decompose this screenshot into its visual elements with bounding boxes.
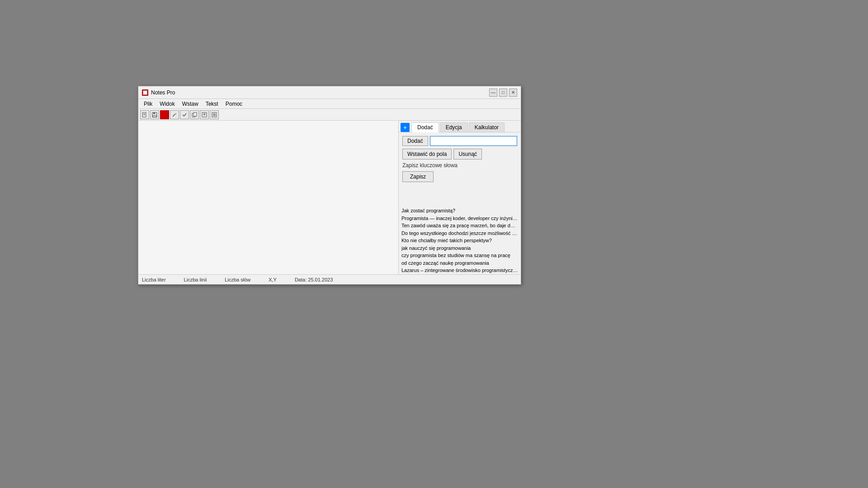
note-line-7: od czego zacząć naukę programowania (401, 259, 518, 267)
status-liczba-linii: Liczba linii (184, 277, 207, 282)
right-panel: + Dodać Edycja Kalkulator Dodać Wstawić … (399, 121, 521, 274)
svg-rect-4 (153, 113, 155, 114)
tab-content-dodac: Dodać Wstawić do pola Usunąć Zapisz kluc… (399, 132, 521, 205)
svg-line-7 (173, 114, 175, 117)
wstawic-button[interactable]: Wstawić do pola (402, 149, 452, 160)
tabs: + Dodać Edycja Kalkulator (399, 121, 521, 132)
note-line-1: Programista — inaczej koder, developer c… (401, 215, 518, 222)
title-bar-left: Notes Pro (142, 89, 175, 96)
title-bar-controls: — □ ✕ (489, 89, 517, 97)
note-line-4: Kto nie chciałby mieć takich perspektyw? (401, 237, 518, 244)
note-line-2: Ten zawód uważa się za pracę marzeń, bo … (401, 222, 518, 230)
svg-rect-10 (193, 113, 197, 116)
status-xy: X,Y (269, 277, 277, 282)
svg-marker-8 (175, 113, 176, 114)
editor-inner[interactable] (138, 121, 398, 274)
note-list: Jak zostać programistą? Programista — in… (399, 205, 521, 274)
toolbar-btn-new[interactable] (140, 110, 149, 119)
toolbar-btn-copy1[interactable] (190, 110, 199, 119)
toolbar-btn-copy3[interactable] (210, 110, 219, 119)
zapisz-label: Zapisz kluczowe słowa (402, 162, 517, 169)
toolbar-btn-copy2[interactable] (200, 110, 209, 119)
note-line-8: Lazarus – zintegrowane środowisko progra… (401, 267, 518, 274)
app-icon (142, 89, 148, 96)
note-line-5: jak nauczyć się programowania (401, 244, 518, 252)
toolbar (138, 109, 521, 121)
menu-bar: Plik Widok Wstaw Tekst Pomoc (138, 99, 521, 109)
status-liczba-slow: Liczba słów (225, 277, 250, 282)
close-button[interactable]: ✕ (509, 89, 517, 97)
svg-rect-5 (153, 115, 156, 117)
note-line-3: Do tego wszystkiego dochodzi jeszcze moż… (401, 230, 518, 237)
tab-dodac[interactable]: Dodać (411, 122, 439, 132)
toolbar-btn-check[interactable] (180, 110, 189, 119)
main-content: + Dodać Edycja Kalkulator Dodać Wstawić … (138, 121, 521, 274)
note-line-6: czy programista bez studiów ma szansę na… (401, 252, 518, 259)
note-line-0: Jak zostać programistą? (401, 207, 518, 215)
status-liczba-liter: Liczba liter (142, 277, 166, 282)
status-date: Data: 25.01.2023 (295, 277, 333, 282)
main-window: Notes Pro — □ ✕ Plik Widok Wstaw Tekst P… (138, 86, 521, 285)
menu-widok[interactable]: Widok (156, 100, 178, 108)
usunac-button[interactable]: Usunąć (453, 149, 482, 160)
toolbar-btn-edit[interactable] (170, 110, 179, 119)
tab-kalkulator[interactable]: Kalkulator (469, 122, 505, 132)
title-bar: Notes Pro — □ ✕ (138, 86, 521, 99)
editor-area[interactable] (138, 121, 399, 274)
status-bar: Liczba liter Liczba linii Liczba słów X,… (138, 274, 521, 284)
menu-wstaw[interactable]: Wstaw (179, 100, 202, 108)
action-row: Wstawić do pola Usunąć (402, 149, 517, 160)
menu-plik[interactable]: Plik (140, 100, 156, 108)
dodac-button[interactable]: Dodać (402, 136, 428, 146)
maximize-button[interactable]: □ (499, 89, 507, 97)
svg-point-6 (163, 113, 166, 117)
dodac-input[interactable] (430, 136, 517, 146)
tab-edycja[interactable]: Edycja (440, 122, 468, 132)
menu-pomoc[interactable]: Pomoc (222, 100, 246, 108)
minimize-button[interactable]: — (489, 89, 497, 97)
menu-tekst[interactable]: Tekst (202, 100, 222, 108)
add-tab-button[interactable]: + (401, 123, 410, 132)
dodac-row: Dodać (402, 136, 517, 146)
window-title: Notes Pro (151, 89, 175, 96)
toolbar-btn-red[interactable] (160, 110, 169, 119)
toolbar-btn-save[interactable] (150, 110, 159, 119)
zapisz-button[interactable]: Zapisz (402, 171, 434, 182)
